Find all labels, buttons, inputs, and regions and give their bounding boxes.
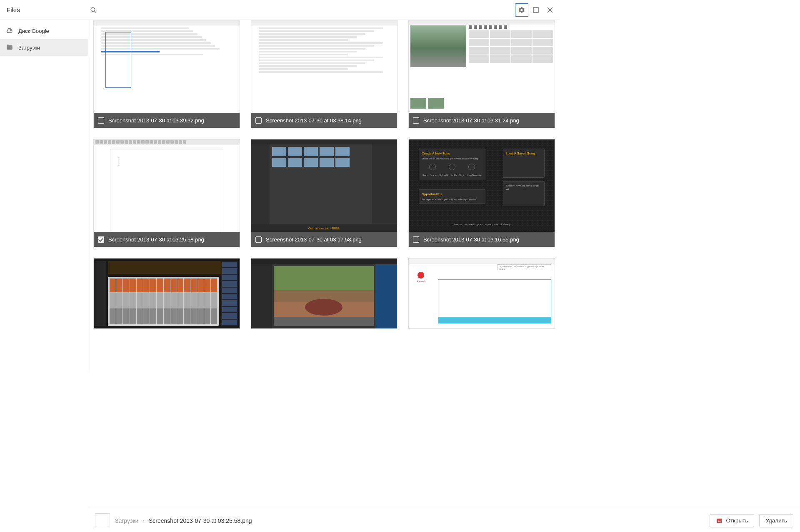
drive-icon (6, 27, 13, 35)
file-name: Screenshot 2013-07-30 at 03.25.58.png (108, 236, 204, 243)
file-thumb[interactable] (251, 20, 397, 113)
sidebar: Диск Google Загрузки (0, 20, 88, 373)
sidebar-item-label: Загрузки (18, 45, 40, 51)
close-icon (547, 7, 553, 13)
window-title: Files (3, 6, 87, 13)
file-checkbox[interactable] (255, 117, 262, 124)
file-name: Screenshot 2013-07-30 at 03.16.55.png (423, 236, 519, 243)
titlebar: Files (0, 0, 560, 20)
settings-button[interactable] (515, 3, 528, 17)
close-button[interactable] (543, 3, 557, 17)
file-thumb[interactable] (94, 259, 240, 328)
folder-icon (6, 44, 13, 51)
sidebar-item-downloads[interactable]: Загрузки (0, 39, 88, 56)
file-caption: Screenshot 2013-07-30 at 03.17.58.png (251, 232, 397, 247)
file-tile[interactable]: Screenshot 2013-07-30 at 03.31.24.png (408, 20, 555, 128)
file-thumb[interactable] (409, 20, 555, 113)
file-checkbox[interactable] (413, 117, 419, 124)
file-name: Screenshot 2013-07-30 at 03.39.32.png (108, 117, 204, 124)
file-thumb[interactable] (94, 20, 240, 113)
file-tile[interactable]: Screenshot 2013-07-30 at 03.25.58.png (93, 139, 240, 247)
file-tile[interactable]: На основании глобальных опросов - оффлай… (408, 258, 555, 329)
file-caption: Screenshot 2013-07-30 at 03.16.55.png (409, 232, 555, 247)
file-checkbox[interactable] (98, 236, 104, 243)
sidebar-item-label: Диск Google (18, 28, 49, 34)
file-thumb[interactable]: Create A New Song Select one of the opti… (409, 139, 555, 232)
file-name: Screenshot 2013-07-30 at 03.38.14.png (266, 117, 362, 124)
file-thumb[interactable] (251, 259, 397, 328)
file-name: Screenshot 2013-07-30 at 03.31.24.png (423, 117, 519, 124)
file-caption: Screenshot 2013-07-30 at 03.38.14.png (251, 113, 397, 128)
search-button[interactable] (87, 3, 100, 17)
sidebar-item-drive[interactable]: Диск Google (0, 22, 88, 39)
file-name: Screenshot 2013-07-30 at 03.17.58.png (266, 236, 362, 243)
svg-point-0 (91, 7, 95, 12)
file-caption: Screenshot 2013-07-30 at 03.31.24.png (409, 113, 555, 128)
svg-rect-2 (533, 7, 538, 12)
maximize-button[interactable] (529, 3, 542, 17)
search-icon (90, 6, 97, 14)
file-thumb[interactable] (94, 139, 240, 232)
file-checkbox[interactable] (413, 236, 419, 243)
file-tile[interactable]: Get more music - FREE! Screenshot 2013-0… (251, 139, 398, 247)
file-tile[interactable]: Screenshot 2013-07-30 at 03.39.32.png (93, 20, 240, 128)
file-checkbox[interactable] (98, 117, 104, 124)
file-tile[interactable]: Screenshot 2013-07-30 at 03.38.14.png (251, 20, 398, 128)
gear-icon (518, 6, 525, 14)
maximize-icon (533, 7, 539, 13)
file-caption: Screenshot 2013-07-30 at 03.25.58.png (94, 232, 240, 247)
file-tile[interactable] (251, 258, 398, 329)
file-grid-area[interactable]: Screenshot 2013-07-30 at 03.39.32.png Sc… (88, 20, 560, 373)
svg-line-1 (94, 11, 96, 12)
file-tile[interactable]: Create A New Song Select one of the opti… (408, 139, 555, 247)
file-thumb[interactable]: Get more music - FREE! (251, 139, 397, 232)
file-caption: Screenshot 2013-07-30 at 03.39.32.png (94, 113, 240, 128)
file-checkbox[interactable] (255, 236, 262, 243)
file-tile[interactable] (93, 258, 240, 329)
file-thumb[interactable]: На основании глобальных опросов - оффлай… (409, 259, 555, 328)
